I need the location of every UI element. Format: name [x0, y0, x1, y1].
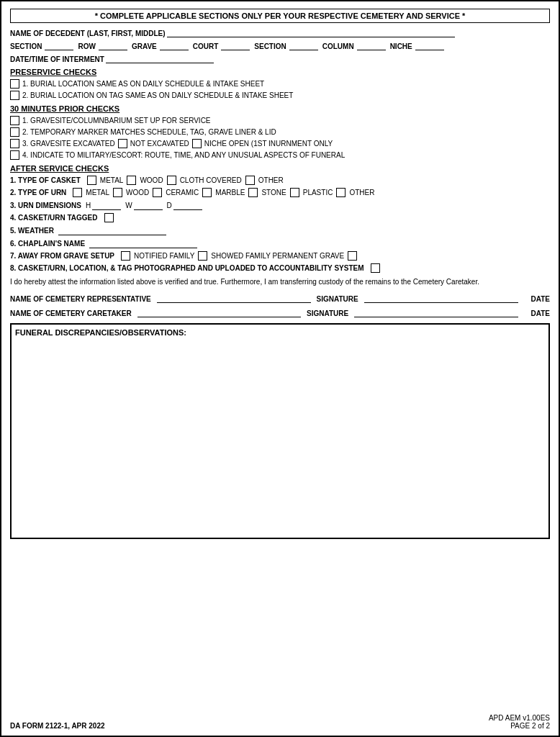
- court-label: COURT: [193, 42, 219, 50]
- thirty-text-3c: NICHE OPEN (1ST INURNMENT ONLY: [204, 140, 333, 148]
- decedent-label: NAME OF DECEDENT (LAST, FIRST, MIDDLE): [10, 30, 166, 37]
- casket-cloth-check[interactable]: [167, 176, 176, 185]
- thirty-check-3[interactable]: [10, 139, 19, 148]
- casket-tag-row: 4. CASKET/URN TAGGED: [10, 213, 550, 222]
- photo-check[interactable]: [371, 263, 380, 273]
- caretaker-sig-value[interactable]: [354, 307, 518, 317]
- rep-name-value[interactable]: [157, 293, 311, 303]
- weather-value[interactable]: [58, 225, 166, 235]
- chaplain-label: 6. CHAPLAIN'S NAME: [10, 240, 85, 248]
- decedent-value[interactable]: [167, 27, 455, 37]
- row-value[interactable]: [99, 40, 127, 50]
- after-service-title: AFTER SERVICE CHECKS: [10, 164, 550, 173]
- caretaker-name-value[interactable]: [137, 307, 301, 317]
- urn-ceramic-check[interactable]: [153, 188, 162, 197]
- casket-tag-label: 4. CASKET/URN TAGGED: [10, 214, 98, 222]
- away-grave-check[interactable]: [121, 251, 130, 261]
- urn-marble-label: MARBLE: [215, 189, 245, 196]
- discrepancies-title: FUNERAL DISCREPANCIES/OBSERVATIONS:: [15, 328, 186, 337]
- chaplain-row: 6. CHAPLAIN'S NAME: [10, 238, 550, 248]
- thirty-item-1: 1. GRAVESITE/COLUMNBARIUM SET UP FOR SER…: [10, 116, 550, 125]
- urn-wood-check[interactable]: [113, 188, 122, 197]
- row-label: ROW: [78, 42, 95, 50]
- dim-d-label: D: [167, 202, 172, 209]
- location-row: SECTION ROW GRAVE COURT SECTION COLUMN N…: [10, 40, 550, 50]
- preservice-text-1: 1. BURIAL LOCATION SAME AS ON DAILY SCHE…: [22, 80, 264, 88]
- casket-other-label: OTHER: [258, 176, 284, 184]
- attestation-text: I do hereby attest the information liste…: [10, 277, 550, 287]
- notified-family-check[interactable]: [198, 251, 207, 261]
- thirty-item-3: 3. GRAVESITE EXCAVATED NOT EXCAVATED NIC…: [10, 139, 550, 148]
- thirty-text-3b: NOT EXCAVATED: [130, 140, 189, 148]
- notified-family-label: NOTIFIED FAMILY: [134, 252, 194, 260]
- urn-other-check[interactable]: [336, 188, 346, 197]
- footer: DA FORM 2122-1, APR 2022 APD AEM v1.00ES…: [10, 714, 550, 730]
- footer-left: DA FORM 2122-1, APR 2022: [10, 722, 105, 730]
- dimensions-label: 3. URN DIMENSIONS: [10, 202, 81, 209]
- thirty-check-3c[interactable]: [192, 139, 202, 148]
- thirty-item-4: 4. INDICATE TO MILITARY/ESCORT: ROUTE, T…: [10, 150, 550, 160]
- showed-family-label: SHOWED FAMILY PERMANENT GRAVE: [211, 252, 344, 260]
- section2-value[interactable]: [289, 40, 318, 50]
- urn-metal-check[interactable]: [73, 188, 82, 197]
- casket-wood-check[interactable]: [127, 176, 136, 185]
- grave-label: GRAVE: [132, 42, 157, 50]
- casket-label: 1. TYPE OF CASKET: [10, 176, 81, 184]
- casket-other-check[interactable]: [245, 176, 255, 185]
- header-notice: * COMPLETE APPLICABLE SECTIONS ONLY PER …: [10, 9, 550, 23]
- thirty-item-2: 2. TEMPORARY MARKER MATCHES SCHEDULE, TA…: [10, 127, 550, 137]
- preservice-check-1[interactable]: [10, 79, 19, 89]
- caretaker-date-label: DATE: [531, 309, 550, 317]
- footer-right: APD AEM v1.00ES PAGE 2 of 2: [489, 714, 550, 730]
- grave-value[interactable]: [160, 40, 189, 50]
- section2-label: SECTION: [254, 42, 286, 50]
- weather-row: 5. WEATHER: [10, 225, 550, 235]
- urn-label: 2. TYPE OF URN: [10, 189, 66, 196]
- thirty-check-3b[interactable]: [118, 139, 127, 148]
- thirty-text-3a: 3. GRAVESITE EXCAVATED: [22, 140, 115, 148]
- datetime-value[interactable]: [106, 53, 214, 63]
- column-label: COLUMN: [322, 42, 354, 50]
- casket-row: 1. TYPE OF CASKET METAL WOOD CLOTH COVER…: [10, 176, 550, 185]
- urn-wood-label: WOOD: [126, 189, 149, 196]
- photo-label: 8. CASKET/URN, LOCATION, & TAG PHOTOGRAP…: [10, 264, 364, 272]
- showed-family-check[interactable]: [348, 251, 357, 261]
- weather-label: 5. WEATHER: [10, 227, 54, 235]
- form-page: * COMPLETE APPLICABLE SECTIONS ONLY PER …: [0, 0, 560, 737]
- thirty-check-1[interactable]: [10, 116, 19, 125]
- thirty-check-4[interactable]: [10, 150, 19, 160]
- thirty-text-4: 4. INDICATE TO MILITARY/ESCORT: ROUTE, T…: [22, 151, 345, 159]
- preservice-check-2[interactable]: [10, 91, 19, 100]
- urn-stone-label: STONE: [261, 189, 286, 196]
- preservice-text-2: 2. BURIAL LOCATION ON TAG SAME AS ON DAI…: [22, 91, 293, 99]
- datetime-row: DATE/TIME OF INTERMENT: [10, 53, 550, 63]
- casket-cloth-label: CLOTH COVERED: [180, 176, 242, 184]
- dim-w-value[interactable]: [134, 200, 163, 210]
- footer-apd: APD AEM v1.00ES: [489, 714, 550, 722]
- rep-sig-value[interactable]: [364, 293, 518, 303]
- urn-marble-check[interactable]: [202, 188, 212, 197]
- column-value[interactable]: [357, 40, 386, 50]
- urn-ceramic-label: CERAMIC: [166, 189, 199, 196]
- footer-page: PAGE 2 of 2: [489, 722, 550, 730]
- datetime-label: DATE/TIME OF INTERMENT: [10, 55, 104, 63]
- urn-row: 2. TYPE OF URN METAL WOOD CERAMIC MARBLE…: [10, 188, 550, 197]
- dim-h-value[interactable]: [92, 200, 121, 210]
- chaplain-value[interactable]: [89, 238, 197, 248]
- section-value[interactable]: [45, 40, 73, 50]
- niche-value[interactable]: [415, 40, 444, 50]
- court-value[interactable]: [221, 40, 250, 50]
- thirty-check-2[interactable]: [10, 127, 19, 137]
- rep-label: NAME OF CEMETERY REPRESENTATIVE: [10, 295, 151, 303]
- preservice-item-2: 2. BURIAL LOCATION ON TAG SAME AS ON DAI…: [10, 91, 550, 100]
- urn-plastic-check[interactable]: [290, 188, 299, 197]
- away-grave-label: 7. AWAY FROM GRAVE SETUP: [10, 252, 114, 260]
- decedent-row: NAME OF DECEDENT (LAST, FIRST, MIDDLE): [10, 27, 550, 37]
- dim-d-value[interactable]: [173, 200, 202, 210]
- urn-plastic-label: PLASTIC: [303, 189, 333, 196]
- urn-stone-check[interactable]: [248, 188, 258, 197]
- preservice-item-1: 1. BURIAL LOCATION SAME AS ON DAILY SCHE…: [10, 79, 550, 89]
- casket-tag-check[interactable]: [104, 213, 114, 222]
- discrepancies-box: FUNERAL DISCREPANCIES/OBSERVATIONS:: [10, 323, 550, 539]
- casket-metal-check[interactable]: [87, 176, 96, 185]
